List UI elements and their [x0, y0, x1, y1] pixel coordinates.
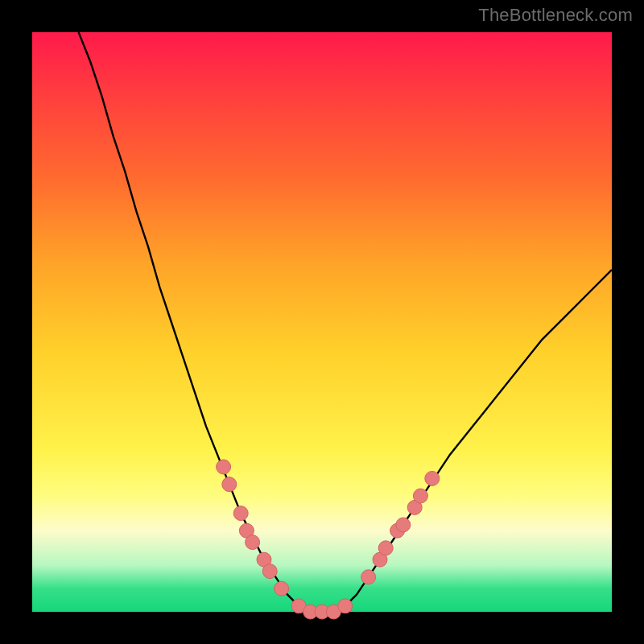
marker-dot — [275, 581, 289, 596]
marker-dot — [378, 541, 393, 555]
marker-dot — [233, 506, 248, 521]
chart-stage: TheBottleneck.com — [0, 0, 644, 644]
marker-dot — [262, 564, 277, 579]
bottleneck-curve — [79, 32, 612, 612]
marker-dot — [222, 477, 237, 492]
marker-dot — [246, 535, 260, 550]
marker-dot — [338, 599, 353, 613]
chart-svg — [32, 32, 612, 612]
marker-dot — [425, 471, 440, 485]
marker-dot — [361, 570, 376, 584]
watermark-text: TheBottleneck.com — [478, 5, 633, 26]
marker-layer — [217, 460, 440, 619]
marker-dot — [413, 489, 427, 503]
marker-dot — [217, 460, 231, 474]
marker-dot — [396, 518, 411, 532]
plot-area — [32, 32, 612, 612]
